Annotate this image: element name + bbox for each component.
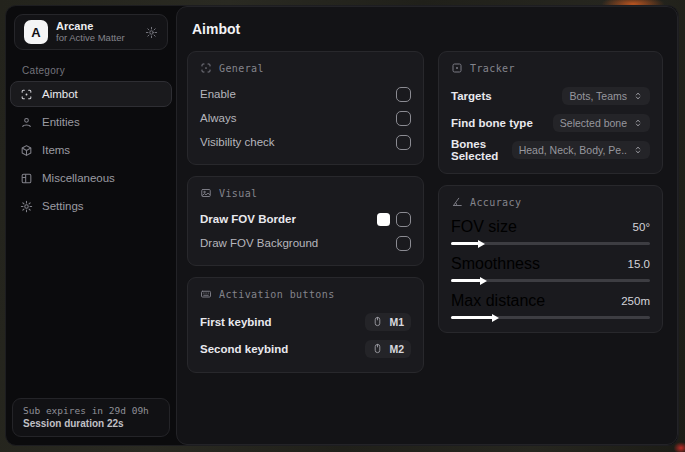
app-logo: A [24,20,48,44]
page-title: Aimbot [192,21,663,37]
tracker-scan-icon [451,62,463,74]
tracker-header: Tracker [451,62,650,74]
setting-row: Draw FOV Border [200,208,411,230]
draw-fov-border-checkbox[interactable] [396,212,411,227]
slider-value: 250m [621,295,650,307]
chevron-up-down-icon [633,91,643,101]
sidebar: A Arcane for Active Matter Category [6,6,176,445]
slider-value: 50° [633,221,650,233]
second-keybind-button[interactable]: M2 [365,340,411,358]
sidebar-item-miscellaneous[interactable]: Miscellaneous [10,165,172,191]
keybind-row: First keybind M1 [200,309,411,334]
brand-text: Arcane for Active Matter [56,20,125,44]
app-name: Arcane [56,20,125,33]
first-keybind-button[interactable]: M1 [365,313,411,331]
select-value: Head, Neck, Body, Pe.. [519,144,627,156]
sidebar-item-label: Aimbot [42,88,78,100]
slider-fill [451,279,481,282]
fov-size-slider[interactable] [451,242,650,245]
fov-border-color-swatch[interactable] [377,213,390,226]
setting-label: Draw FOV Background [200,237,318,249]
targets-select[interactable]: Bots, Teams [562,87,650,105]
main-panel: Aimbot General [176,6,678,445]
sidebar-item-entities[interactable]: Entities [10,109,172,135]
draw-fov-background-checkbox[interactable] [396,236,411,251]
find-bone-type-select[interactable]: Selected bone [553,114,650,132]
keybind-label: First keybind [200,316,272,328]
person-icon [20,116,33,129]
category-label: Category [22,65,176,76]
crosshair-scan-icon [20,88,33,101]
game-background: A Arcane for Active Matter Category [0,0,685,452]
setting-label: Draw FOV Border [200,213,296,225]
max-distance-slider[interactable] [451,316,650,319]
activation-header: Activation buttons [200,288,411,300]
chevron-up-down-icon [633,118,643,128]
smoothness-slider-group: Smoothness 15.0 [451,254,650,282]
select-label: Targets [451,90,492,102]
sidebar-item-label: Items [42,144,70,156]
mouse-icon [372,343,383,354]
setting-row: Draw FOV Background [200,232,411,254]
select-row: Targets Bots, Teams [451,83,650,108]
mouse-icon [372,316,383,327]
subscription-status-card: Sub expires in 29d 09h Session duration … [12,398,170,437]
select-value: Bots, Teams [569,90,627,102]
keyboard-icon [200,288,212,300]
visibility-check-checkbox[interactable] [396,135,411,150]
right-column: Tracker Targets Bots, Teams [438,51,663,333]
slider-value: 15.0 [628,258,650,270]
app-subtitle: for Active Matter [56,33,125,44]
chevron-up-down-icon [633,145,643,155]
smoothness-slider[interactable] [451,279,650,282]
setting-label: Enable [200,88,236,100]
slider-label: Smoothness [451,255,540,273]
section-title: Accuracy [470,197,521,208]
keybind-label: Second keybind [200,343,288,355]
tracker-card: Tracker Targets Bots, Teams [438,51,663,174]
select-label: Bones Selected [451,138,512,162]
fov-size-slider-group: FOV size 50° [451,217,650,245]
general-card: General Enable Always Visibility check [187,51,424,165]
max-distance-slider-group: Max distance 250m [451,291,650,319]
setting-row: Enable [200,83,411,105]
setting-label: Always [200,112,236,124]
setting-label: Visibility check [200,136,275,148]
sidebar-item-label: Miscellaneous [42,172,115,184]
brand-card: A Arcane for Active Matter [14,14,168,50]
sub-expiry-text: Sub expires in 29d 09h [23,405,159,416]
visual-header: Visual [200,187,411,199]
keybind-value: M2 [389,343,404,355]
select-row: Find bone type Selected bone [451,110,650,135]
crosshair-scan-icon [200,62,212,74]
accuracy-header: Accuracy [451,196,650,208]
cube-icon [20,144,33,157]
bones-selected-select[interactable]: Head, Neck, Body, Pe.. [512,141,650,159]
setting-row: Visibility check [200,131,411,153]
layout-icon [20,172,33,185]
gear-icon [20,200,33,213]
section-title: Visual [219,188,258,199]
enable-checkbox[interactable] [396,87,411,102]
gear-icon[interactable] [145,26,158,39]
keybind-row: Second keybind M2 [200,336,411,361]
slider-label: FOV size [451,218,517,236]
sidebar-item-items[interactable]: Items [10,137,172,163]
setting-row: Always [200,107,411,129]
sidebar-item-aimbot[interactable]: Aimbot [10,81,172,107]
always-checkbox[interactable] [396,111,411,126]
sidebar-item-settings[interactable]: Settings [10,193,172,219]
sidebar-item-label: Settings [42,200,84,212]
angle-icon [451,196,463,208]
visual-card: Visual Draw FOV Border Draw FOV Backgrou… [187,176,424,266]
slider-label: Max distance [451,292,545,310]
content-columns: General Enable Always Visibility check [187,51,663,373]
sidebar-item-label: Entities [42,116,80,128]
select-label: Find bone type [451,117,533,129]
section-title: Tracker [470,63,515,74]
category-nav: Aimbot Entities [6,81,176,219]
section-title: General [219,63,264,74]
session-duration-text: Session duration 22s [23,418,159,429]
image-icon [200,187,212,199]
section-title: Activation buttons [219,289,335,300]
